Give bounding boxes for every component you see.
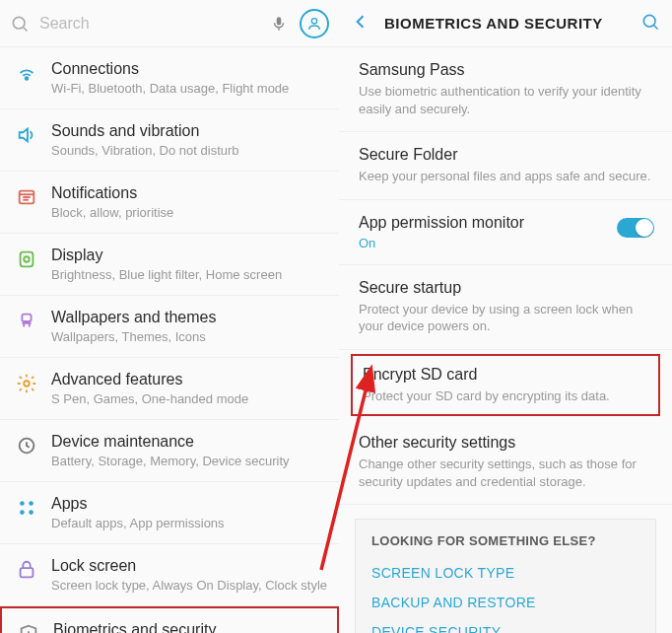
item-secure-folder[interactable]: Secure Folder Keep your personal files a… [339, 132, 672, 200]
item-title: Notifications [51, 184, 329, 202]
item-display[interactable]: Display Brightness, Blue light filter, H… [0, 234, 339, 296]
mic-icon[interactable] [270, 15, 288, 33]
svg-point-12 [24, 381, 30, 387]
item-title: Display [51, 246, 329, 264]
item-wallpapers[interactable]: Wallpapers and themes Wallpapers, Themes… [0, 296, 339, 358]
item-sub: Wi-Fi, Bluetooth, Data usage, Flight mod… [51, 81, 329, 96]
related-link-devicesecurity[interactable]: DEVICE SECURITY [371, 617, 639, 633]
item-title: App permission monitor [359, 214, 617, 232]
connections-icon [16, 60, 51, 84]
svg-rect-11 [22, 315, 31, 321]
item-title: Biometrics and security [53, 621, 327, 633]
wallpaper-icon [16, 309, 51, 332]
search-input[interactable]: Search [39, 15, 270, 33]
item-sub: Screen lock type, Always On Display, Clo… [51, 578, 329, 593]
item-biometrics[interactable]: Biometrics and security Intelligent Scan… [0, 606, 339, 633]
svg-point-0 [13, 17, 25, 29]
settings-left-pane: Search Connections Wi-Fi, Bluetooth, Dat… [0, 0, 339, 633]
related-link-screenlock[interactable]: SCREEN LOCK TYPE [371, 558, 639, 588]
notifications-icon [16, 184, 51, 208]
profile-icon[interactable] [300, 9, 329, 38]
item-title: Apps [51, 495, 329, 513]
item-sub: Use biometric authentication to verify y… [359, 83, 654, 117]
svg-point-17 [29, 510, 34, 515]
item-title: Encrypt SD card [363, 366, 648, 384]
item-maintenance[interactable]: Device maintenance Battery, Storage, Mem… [0, 420, 339, 482]
advanced-icon [16, 371, 51, 394]
item-title: Wallpapers and themes [51, 309, 329, 326]
right-list: Samsung Pass Use biometric authenticatio… [339, 47, 672, 633]
item-title: Other security settings [359, 434, 654, 452]
item-sub: Change other security settings, such as … [359, 456, 654, 490]
apps-icon [16, 495, 51, 519]
item-title: Advanced features [51, 371, 329, 388]
settings-list: Connections Wi-Fi, Bluetooth, Data usage… [0, 47, 339, 633]
item-encrypt-sd-card[interactable]: Encrypt SD card Protect your SD card by … [351, 354, 660, 417]
item-title: Device maintenance [51, 433, 329, 451]
item-title: Lock screen [51, 557, 329, 575]
item-secure-startup[interactable]: Secure startup Protect your device by us… [339, 265, 672, 350]
item-title: Connections [51, 60, 329, 78]
item-app-permission-monitor[interactable]: App permission monitor On [339, 200, 672, 265]
item-other-security[interactable]: Other security settings Change other sec… [339, 420, 672, 505]
svg-point-10 [24, 256, 30, 262]
svg-rect-9 [21, 252, 34, 267]
item-sub: Keep your personal files and apps safe a… [359, 168, 654, 185]
settings-right-pane: BIOMETRICS AND SECURITY Samsung Pass Use… [339, 0, 672, 633]
lockscreen-icon [16, 557, 51, 581]
item-title: Samsung Pass [359, 61, 654, 79]
item-advanced[interactable]: Advanced features S Pen, Games, One-hand… [0, 358, 339, 420]
search-icon [10, 14, 30, 34]
search-bar[interactable]: Search [0, 0, 339, 47]
item-title: Secure Folder [359, 146, 654, 164]
maintenance-icon [16, 433, 51, 457]
item-connections[interactable]: Connections Wi-Fi, Bluetooth, Data usage… [0, 47, 339, 109]
item-samsung-pass[interactable]: Samsung Pass Use biometric authenticatio… [339, 47, 672, 132]
item-sub: S Pen, Games, One-handed mode [51, 391, 329, 406]
item-sub: Default apps, App permissions [51, 516, 329, 530]
item-sub: Wallpapers, Themes, Icons [51, 329, 329, 344]
item-title: Secure startup [359, 279, 654, 297]
related-block: LOOKING FOR SOMETHING ELSE? SCREEN LOCK … [355, 519, 656, 633]
item-sounds[interactable]: Sounds and vibration Sounds, Vibration, … [0, 109, 339, 172]
svg-point-15 [29, 501, 34, 506]
toggle-switch[interactable] [617, 218, 654, 238]
svg-rect-2 [278, 28, 280, 30]
svg-point-3 [311, 18, 316, 23]
svg-point-14 [20, 501, 25, 506]
svg-line-22 [654, 25, 658, 29]
item-sub: Sounds, Vibration, Do not disturb [51, 143, 329, 158]
svg-line-1 [24, 27, 28, 31]
svg-rect-18 [21, 568, 34, 577]
page-title: BIOMETRICS AND SECURITY [384, 15, 640, 32]
search-icon[interactable] [640, 12, 660, 35]
related-link-backup[interactable]: BACKUP AND RESTORE [371, 588, 639, 617]
display-icon [16, 246, 51, 270]
item-sub: Block, allow, prioritise [51, 205, 329, 220]
item-title: Sounds and vibration [51, 122, 329, 140]
right-header: BIOMETRICS AND SECURITY [339, 0, 672, 47]
item-sub: Battery, Storage, Memory, Device securit… [51, 454, 329, 468]
item-sub: Protect your SD card by encrypting its d… [363, 387, 648, 405]
item-lockscreen[interactable]: Lock screen Screen lock type, Always On … [0, 544, 339, 606]
biometrics-icon [18, 621, 53, 633]
svg-point-21 [643, 15, 655, 27]
item-sub: Protect your device by using a screen lo… [359, 301, 654, 335]
back-icon[interactable] [351, 12, 370, 35]
svg-point-16 [20, 510, 25, 515]
item-status: On [359, 236, 617, 250]
item-sub: Brightness, Blue light filter, Home scre… [51, 267, 329, 282]
item-notifications[interactable]: Notifications Block, allow, prioritise [0, 172, 339, 234]
svg-point-4 [26, 77, 29, 80]
item-apps[interactable]: Apps Default apps, App permissions [0, 482, 339, 544]
related-heading: LOOKING FOR SOMETHING ELSE? [371, 533, 639, 548]
sound-icon [16, 122, 51, 146]
